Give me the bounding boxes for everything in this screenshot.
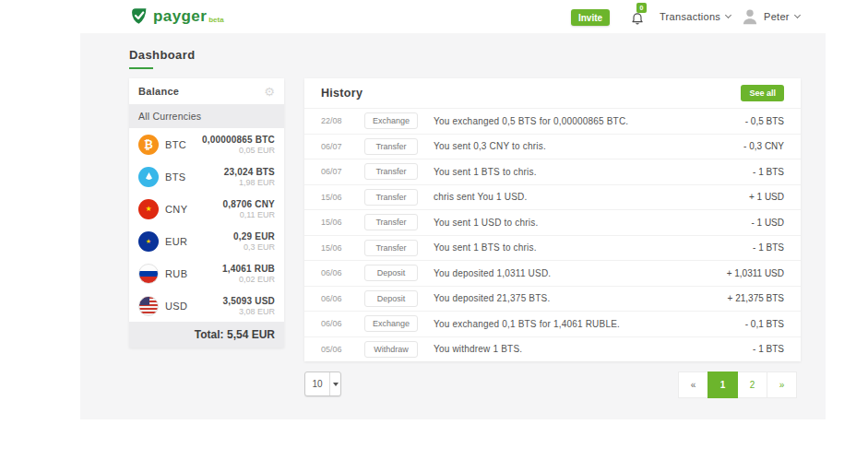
currency-amount: 0,29 EUR xyxy=(233,231,275,242)
table-row[interactable]: 06/07 Transfer You sent 0,3 CNY to chris… xyxy=(304,134,801,159)
page-button-1[interactable]: 1 xyxy=(707,372,738,398)
history-description: You exchanged 0,5 BTS for 0,00000865 BTC… xyxy=(434,116,745,126)
history-panel: History See all 22/08 Exchange You excha… xyxy=(304,78,801,361)
transactions-label: Transactions xyxy=(660,11,720,22)
balance-row-eur[interactable]: ★ EUR 0,29 EUR 0,3 EUR xyxy=(129,225,284,257)
history-type-badge: Deposit xyxy=(364,265,418,281)
history-description: You withdrew 1 BTS. xyxy=(434,344,753,354)
user-menu-dropdown[interactable]: Peter xyxy=(764,0,800,33)
currency-code: RUB xyxy=(165,268,187,279)
history-amount: + 21,375 BTS xyxy=(728,293,784,303)
caret-down-icon xyxy=(333,383,339,386)
gear-icon[interactable]: ⚙ xyxy=(264,86,275,98)
currency-amount: 0,8706 CNY xyxy=(223,199,275,209)
history-date: 15/06 xyxy=(321,218,364,227)
table-row[interactable]: 05/06 Withdraw You withdrew 1 BTS. - 1 B… xyxy=(304,336,801,362)
balance-panel: Balance ⚙ All Currencies ₿ BTC 0,0000086… xyxy=(129,78,284,348)
history-type-badge: Exchange xyxy=(364,112,418,129)
history-date: 06/06 xyxy=(321,268,364,277)
history-description: chris sent You 1 USD. xyxy=(434,192,749,202)
history-type-badge: Withdraw xyxy=(364,341,418,358)
balance-title: Balance xyxy=(138,86,179,97)
currency-eur-value: 3,08 EUR xyxy=(223,307,275,316)
payger-dashboard-window: payger beta Invite 0 Transactions Peter … xyxy=(0,0,868,460)
avatar[interactable] xyxy=(741,7,759,26)
cny-flag-icon: ★ xyxy=(138,199,159,219)
see-all-button[interactable]: See all xyxy=(741,85,784,101)
pagination: « 1 2 » xyxy=(679,372,797,398)
balance-total: Total: 5,54 EUR xyxy=(129,322,284,348)
currency-code: BTS xyxy=(165,171,186,183)
history-date: 22/08 xyxy=(321,116,364,125)
table-row[interactable]: 06/07 Transfer You sent 1 BTS to chris. … xyxy=(304,159,801,184)
history-date: 05/06 xyxy=(321,345,364,354)
currency-eur-value: 1,98 EUR xyxy=(224,178,275,187)
history-date: 06/07 xyxy=(321,167,364,176)
table-row[interactable]: 06/06 Exchange You exchanged 0,1 BTS for… xyxy=(304,311,801,336)
history-description: You exchanged 0,1 BTS for 1,4061 RUBLE. xyxy=(434,319,745,329)
total-value: 5,54 EUR xyxy=(227,328,275,341)
bts-icon xyxy=(138,167,159,187)
history-type-badge: Transfer xyxy=(364,189,418,206)
balance-row-rub[interactable]: RUB 1,4061 RUB 0,02 EUR xyxy=(129,257,284,289)
prev-page-button[interactable]: « xyxy=(678,372,708,398)
table-row[interactable]: 22/08 Exchange You exchanged 0,5 BTS for… xyxy=(304,108,801,134)
usd-flag-icon xyxy=(138,296,159,316)
history-type-badge: Transfer xyxy=(364,163,418,180)
payger-logo[interactable]: payger beta xyxy=(129,6,224,26)
top-navbar: payger beta Invite 0 Transactions Peter xyxy=(80,0,826,33)
table-row[interactable]: 06/06 Deposit You deposited 1,0311 USD. … xyxy=(304,260,801,286)
page-size-select[interactable]: 10 xyxy=(304,372,341,396)
currency-amount: 3,5093 USD xyxy=(223,296,275,306)
history-date: 06/06 xyxy=(321,319,364,328)
page-button-2[interactable]: 2 xyxy=(737,372,767,398)
currency-eur-value: 0,3 EUR xyxy=(233,242,275,252)
currency-eur-value: 0,11 EUR xyxy=(223,210,275,219)
currency-amount: 0,00000865 BTC xyxy=(202,135,275,145)
select-arrow-box xyxy=(329,372,340,395)
rub-flag-icon xyxy=(138,264,159,284)
filter-all-currencies[interactable]: All Currencies xyxy=(129,104,284,128)
history-amount: - 1 BTS xyxy=(753,242,784,253)
user-name: Peter xyxy=(764,11,790,22)
balance-row-btc[interactable]: ₿ BTC 0,00000865 BTC 0,05 EUR xyxy=(129,128,284,160)
currency-code: BTC xyxy=(165,139,186,150)
currency-eur-value: 0,05 EUR xyxy=(202,146,275,155)
history-amount: - 1 BTS xyxy=(753,344,784,354)
history-amount: - 0,3 CNY xyxy=(743,141,784,151)
currency-code: USD xyxy=(165,301,187,312)
invite-button[interactable]: Invite xyxy=(571,9,610,26)
currency-amount: 23,024 BTS xyxy=(224,167,275,177)
total-label: Total: xyxy=(195,328,224,341)
history-type-badge: Transfer xyxy=(364,138,418,155)
history-date: 15/06 xyxy=(321,193,364,202)
table-row[interactable]: 06/06 Deposit You deposited 21,375 BTS. … xyxy=(304,286,801,312)
history-date: 06/06 xyxy=(321,294,364,303)
history-type-badge: Transfer xyxy=(364,214,418,230)
page-size-value: 10 xyxy=(305,379,329,389)
currency-code: CNY xyxy=(165,204,187,215)
currency-eur-value: 0,02 EUR xyxy=(222,275,275,284)
chevron-down-icon xyxy=(794,12,801,18)
notifications-button[interactable]: 0 xyxy=(628,3,648,30)
currency-amount: 1,4061 RUB xyxy=(222,264,275,274)
main-content-area: Dashboard Balance ⚙ All Currencies ₿ BTC… xyxy=(80,33,826,419)
balance-row-cny[interactable]: ★ CNY 0,8706 CNY 0,11 EUR xyxy=(129,193,284,225)
balance-header: Balance ⚙ xyxy=(129,78,284,104)
table-row[interactable]: 15/06 Transfer You sent 1 USD to chris. … xyxy=(304,209,801,235)
table-row[interactable]: 15/06 Transfer You sent 1 BTS to chris. … xyxy=(304,235,801,261)
history-date: 15/06 xyxy=(321,243,364,253)
balance-row-bts[interactable]: BTS 23,024 BTS 1,98 EUR xyxy=(129,160,284,193)
history-amount: + 1 USD xyxy=(749,192,784,202)
currency-code: EUR xyxy=(165,236,187,247)
next-page-button[interactable]: » xyxy=(767,372,797,398)
transactions-dropdown[interactable]: Transactions xyxy=(660,0,731,33)
balance-row-usd[interactable]: USD 3,5093 USD 3,08 EUR xyxy=(129,289,284,322)
history-amount: + 1,0311 USD xyxy=(727,268,784,278)
history-amount: - 0,5 BTS xyxy=(745,116,784,126)
history-type-badge: Deposit xyxy=(364,290,418,307)
history-amount: - 1 USD xyxy=(751,218,784,228)
page-title-underline xyxy=(129,67,153,69)
table-row[interactable]: 15/06 Transfer chris sent You 1 USD. + 1… xyxy=(304,184,801,210)
history-description: You sent 0,3 CNY to chris. xyxy=(434,141,743,151)
